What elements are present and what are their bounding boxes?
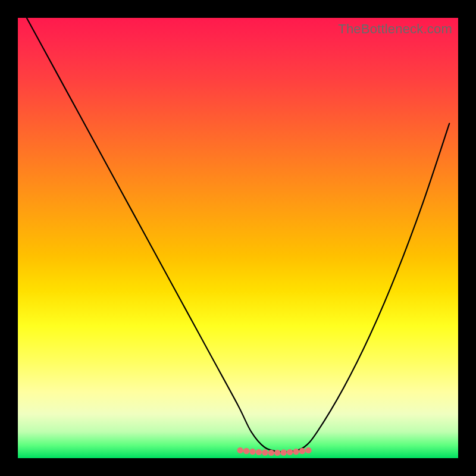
chart-container: TheBottleneck.com [0, 0, 476, 476]
chart-curve [18, 18, 458, 458]
plot-area: TheBottleneck.com [18, 18, 458, 458]
